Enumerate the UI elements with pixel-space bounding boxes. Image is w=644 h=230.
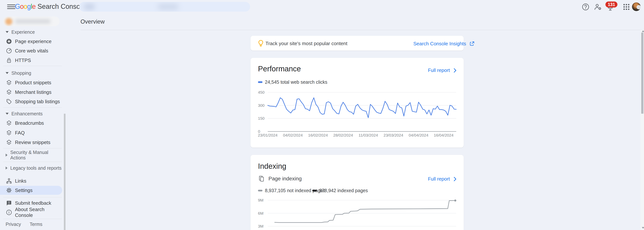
sidebar-scrollbar-thumb[interactable] bbox=[64, 114, 66, 230]
search-input[interactable] bbox=[79, 2, 250, 12]
apps-grid-icon[interactable] bbox=[622, 3, 630, 11]
scrollbar-down-arrow[interactable] bbox=[642, 227, 644, 229]
sidebar-item-breadcrumbs[interactable]: Breadcrumbs bbox=[0, 118, 62, 128]
insights-link[interactable]: Search Console Insights bbox=[413, 40, 475, 47]
insights-text: Track your site's most popular content bbox=[266, 41, 348, 46]
sidebar-item-label: Review snippets bbox=[15, 140, 50, 145]
sidebar-item-label: HTTPS bbox=[15, 58, 31, 63]
sidebar-item-about[interactable]: About Search Console bbox=[0, 208, 62, 217]
sidebar-item-label: Page experience bbox=[15, 38, 52, 44]
svg-text:28/02/2024: 28/02/2024 bbox=[333, 133, 353, 137]
sidebar-item-label: Product snippets bbox=[15, 80, 51, 86]
sidebar-item-submit-feedback[interactable]: Submit feedback bbox=[0, 198, 62, 208]
sidebar-item-faq[interactable]: FAQ bbox=[0, 128, 62, 137]
page-experience-icon bbox=[6, 38, 12, 45]
section-label: Legacy tools and reports bbox=[10, 166, 62, 171]
divider bbox=[3, 162, 62, 162]
rich-result-icon bbox=[6, 120, 12, 126]
lightbulb-icon bbox=[257, 39, 265, 47]
lock-icon bbox=[6, 57, 12, 64]
feedback-icon bbox=[6, 200, 12, 206]
divider bbox=[3, 66, 62, 66]
links-icon bbox=[6, 178, 12, 184]
sidebar-item-core-web-vitals[interactable]: Core web vitals bbox=[0, 46, 62, 55]
svg-text:04/04/2024: 04/04/2024 bbox=[409, 133, 428, 137]
svg-text:04/02/2024: 04/02/2024 bbox=[283, 133, 303, 137]
open-in-new-icon bbox=[469, 40, 475, 47]
help-icon[interactable] bbox=[582, 3, 590, 11]
rich-result-icon bbox=[6, 130, 12, 136]
section-header-experience[interactable]: Experience bbox=[0, 28, 64, 36]
section-label: Experience bbox=[12, 30, 35, 35]
property-selector[interactable] bbox=[3, 16, 60, 26]
chevron-down-icon bbox=[6, 113, 8, 115]
sidebar-item-label: Links bbox=[15, 178, 26, 184]
chevron-right-icon bbox=[6, 166, 8, 170]
svg-text:150: 150 bbox=[258, 116, 264, 120]
performance-chart: 015030045023/01/202404/02/202416/02/2024… bbox=[250, 58, 464, 148]
sidebar: Experience Page experience Core web vita… bbox=[0, 13, 66, 230]
divider bbox=[3, 107, 62, 108]
rich-result-icon bbox=[6, 89, 12, 96]
indexing-card: Indexing Page indexing Full report 8,937… bbox=[250, 155, 464, 230]
sidebar-item-shopping-tab-listings[interactable]: Shopping tab listings bbox=[0, 97, 62, 106]
sidebar-item-label: Merchant listings bbox=[15, 89, 52, 95]
svg-text:16/04/2024: 16/04/2024 bbox=[434, 133, 454, 137]
tag-icon bbox=[6, 98, 12, 105]
svg-text:23/03/2024: 23/03/2024 bbox=[384, 133, 403, 137]
sidebar-item-label: Core web vitals bbox=[15, 48, 48, 54]
page-title: Overview bbox=[80, 18, 105, 25]
account-avatar[interactable] bbox=[632, 2, 641, 11]
section-label: Security & Manual Actions bbox=[10, 150, 64, 160]
sidebar-item-https[interactable]: HTTPS bbox=[0, 56, 62, 65]
header-divider bbox=[80, 30, 644, 30]
sidebar-item-settings[interactable]: Settings bbox=[0, 186, 62, 195]
sidebar-item-review-snippets[interactable]: Review snippets bbox=[0, 138, 62, 147]
manage-users-icon[interactable] bbox=[594, 3, 602, 11]
property-favicon bbox=[5, 18, 12, 25]
divider bbox=[3, 219, 62, 219]
section-header-shopping[interactable]: Shopping bbox=[0, 70, 64, 76]
sidebar-item-product-snippets[interactable]: Product snippets bbox=[0, 78, 62, 87]
sidebar-item-page-experience[interactable]: Page experience bbox=[0, 37, 62, 46]
svg-text:450: 450 bbox=[258, 90, 264, 94]
logo-letter: e bbox=[32, 2, 36, 10]
section-header-enhancements[interactable]: Enhancements bbox=[0, 110, 64, 117]
app-logo[interactable]: GoogleSearch Console bbox=[15, 2, 85, 10]
divider bbox=[3, 148, 62, 148]
insights-link-label: Search Console Insights bbox=[413, 41, 466, 47]
sidebar-item-merchant-listings[interactable]: Merchant listings bbox=[0, 88, 62, 97]
notification-count-badge: 131 bbox=[606, 2, 618, 8]
info-icon bbox=[6, 209, 12, 216]
svg-text:11/03/2024: 11/03/2024 bbox=[358, 133, 378, 137]
section-header-legacy-tools[interactable]: Legacy tools and reports bbox=[0, 164, 64, 172]
hamburger-menu-icon[interactable] bbox=[7, 4, 15, 9]
section-label: Enhancements bbox=[12, 111, 43, 116]
rich-result-icon bbox=[6, 139, 12, 146]
svg-text:6M: 6M bbox=[258, 211, 264, 216]
svg-text:300: 300 bbox=[258, 103, 264, 108]
terms-link[interactable]: Terms bbox=[30, 222, 42, 227]
top-bar: GoogleSearch Console bbox=[0, 0, 644, 13]
sidebar-item-label: Shopping tab listings bbox=[15, 99, 60, 104]
logo-letter: o bbox=[20, 2, 24, 10]
rich-result-icon bbox=[6, 79, 12, 86]
gear-icon bbox=[6, 187, 12, 194]
main-scrollbar-thumb[interactable] bbox=[641, 32, 644, 114]
logo-letter: G bbox=[15, 2, 20, 10]
section-header-security-manual-actions[interactable]: Security & Manual Actions bbox=[0, 152, 64, 159]
svg-text:23/01/2024: 23/01/2024 bbox=[258, 133, 278, 137]
sidebar-item-label: Breadcrumbs bbox=[15, 120, 44, 126]
logo-letter: o bbox=[24, 2, 27, 10]
indexing-chart: 3M6M9M bbox=[250, 155, 464, 230]
privacy-link[interactable]: Privacy bbox=[6, 222, 21, 227]
sidebar-item-links[interactable]: Links bbox=[0, 176, 62, 186]
search-query-redacted bbox=[158, 4, 178, 10]
chevron-down-icon bbox=[6, 72, 8, 74]
divider bbox=[3, 197, 62, 198]
sidebar-item-label: Settings bbox=[15, 188, 32, 193]
sidebar-item-label: Submit feedback bbox=[15, 200, 51, 206]
scrollbar-up-arrow[interactable] bbox=[642, 30, 644, 32]
sidebar-footer-links: Privacy Terms bbox=[6, 222, 50, 227]
chevron-down-icon bbox=[6, 31, 8, 33]
